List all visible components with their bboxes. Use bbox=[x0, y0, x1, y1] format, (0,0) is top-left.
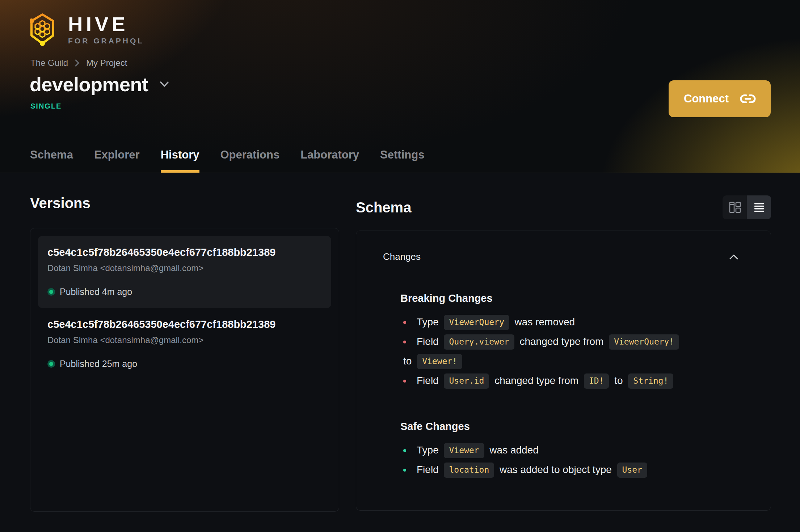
schema-column: Schema bbox=[356, 173, 771, 512]
target-type-badge: SINGLE bbox=[30, 102, 62, 110]
schema-heading: Schema bbox=[356, 199, 411, 216]
version-author: Dotan Simha <dotansimha@gmail.com> bbox=[47, 263, 322, 274]
code-chip: Viewer bbox=[444, 443, 484, 458]
version-item[interactable]: c5e4c1c5f78b26465350e4ecf677cf188bb21389… bbox=[38, 308, 331, 380]
view-toggle bbox=[723, 195, 771, 219]
connect-button[interactable]: Connect bbox=[669, 80, 771, 117]
breadcrumb: The Guild My Project bbox=[30, 58, 127, 68]
code-chip: location bbox=[444, 463, 494, 478]
breadcrumb-org[interactable]: The Guild bbox=[30, 58, 68, 68]
hive-logo[interactable]: HIVE FOR GRAPHQL bbox=[30, 12, 144, 46]
version-hash: c5e4c1c5f78b26465350e4ecf677cf188bb21389 bbox=[47, 318, 322, 330]
version-item[interactable]: c5e4c1c5f78b26465350e4ecf677cf188bb21389… bbox=[38, 236, 331, 308]
code-chip: ViewerQuery bbox=[444, 315, 509, 330]
target-name[interactable]: development bbox=[30, 73, 148, 96]
breadcrumb-chevron-icon bbox=[74, 58, 80, 68]
code-chip: ID! bbox=[584, 373, 609, 389]
version-status: Published 25m ago bbox=[47, 359, 322, 369]
code-chip: ViewerQuery! bbox=[609, 334, 679, 350]
changes-panel: Changes Breaking ChangesType ViewerQuery… bbox=[356, 231, 771, 511]
code-chip: User.id bbox=[444, 373, 489, 389]
versions-heading: Versions bbox=[30, 195, 339, 211]
changes-section-heading: Safe Changes bbox=[400, 421, 738, 432]
change-item: Field location was added to object type … bbox=[403, 460, 738, 480]
changes-title: Changes bbox=[383, 251, 421, 262]
changes-section-heading: Breaking Changes bbox=[400, 293, 738, 304]
version-author: Dotan Simha <dotansimha@gmail.com> bbox=[47, 335, 322, 346]
link-icon bbox=[740, 90, 756, 107]
versions-column: Versions c5e4c1c5f78b26465350e4ecf677cf1… bbox=[30, 173, 339, 512]
code-chip: User bbox=[617, 463, 647, 478]
collapse-changes-button[interactable] bbox=[728, 253, 740, 261]
list-icon bbox=[752, 200, 766, 215]
published-dot-icon bbox=[47, 360, 55, 368]
version-hash: c5e4c1c5f78b26465350e4ecf677cf188bb21389 bbox=[47, 246, 322, 258]
tab-explorer[interactable]: Explorer bbox=[94, 148, 140, 173]
version-status-text: Published 25m ago bbox=[60, 359, 137, 369]
safe-changes-list: Type Viewer was addedField location was … bbox=[403, 440, 738, 480]
published-dot-icon bbox=[47, 288, 55, 296]
version-status: Published 4m ago bbox=[47, 287, 322, 297]
list-view-button[interactable] bbox=[747, 195, 771, 219]
tab-bar: SchemaExplorerHistoryOperationsLaborator… bbox=[30, 148, 424, 173]
tab-schema[interactable]: Schema bbox=[30, 148, 73, 173]
columns-icon bbox=[728, 200, 742, 215]
breaking-changes-list: Type ViewerQuery was removedField Query.… bbox=[403, 312, 738, 390]
main-content: Versions c5e4c1c5f78b26465350e4ecf677cf1… bbox=[0, 173, 800, 512]
tab-history[interactable]: History bbox=[161, 148, 199, 173]
target-selector[interactable]: development bbox=[30, 73, 170, 96]
hive-logo-icon bbox=[30, 12, 55, 46]
change-item: Type Viewer was added bbox=[403, 440, 738, 460]
schema-panel-header: Schema bbox=[356, 195, 771, 219]
page-header: HIVE FOR GRAPHQL The Guild My Project de… bbox=[0, 0, 800, 173]
change-item: Field Query.viewer changed type from Vie… bbox=[403, 332, 738, 371]
brand-text: HIVE FOR GRAPHQL bbox=[68, 14, 144, 45]
changes-accordion-header[interactable]: Changes bbox=[356, 231, 771, 262]
brand-tagline: FOR GRAPHQL bbox=[68, 37, 144, 45]
tab-laboratory[interactable]: Laboratory bbox=[300, 148, 359, 173]
breadcrumb-project[interactable]: My Project bbox=[86, 58, 127, 68]
code-chip: Query.viewer bbox=[444, 334, 514, 350]
changes-body: Breaking ChangesType ViewerQuery was rem… bbox=[356, 293, 771, 480]
code-chip: Viewer! bbox=[417, 354, 462, 369]
code-chip: String! bbox=[628, 373, 673, 389]
chevron-up-icon bbox=[728, 253, 740, 261]
change-item: Field User.id changed type from ID! to S… bbox=[403, 371, 738, 390]
brand-name: HIVE bbox=[68, 14, 144, 34]
version-status-text: Published 4m ago bbox=[60, 287, 132, 297]
change-item: Type ViewerQuery was removed bbox=[403, 312, 738, 332]
diff-view-button[interactable] bbox=[723, 195, 747, 219]
chevron-down-icon[interactable] bbox=[159, 80, 170, 88]
tab-operations[interactable]: Operations bbox=[220, 148, 280, 173]
tab-settings[interactable]: Settings bbox=[380, 148, 424, 173]
versions-panel: c5e4c1c5f78b26465350e4ecf677cf188bb21389… bbox=[30, 228, 339, 512]
connect-button-label: Connect bbox=[684, 92, 729, 105]
